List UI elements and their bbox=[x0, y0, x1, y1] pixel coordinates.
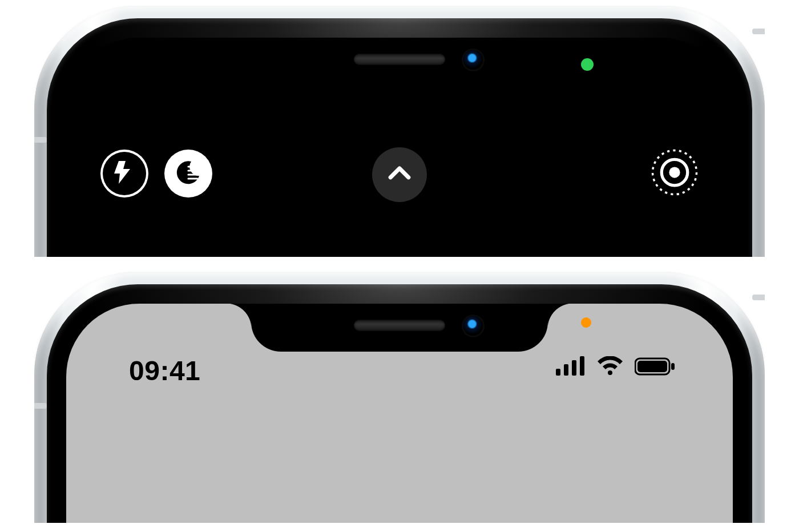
svg-rect-9 bbox=[572, 360, 576, 376]
phone-top-camera bbox=[34, 6, 765, 257]
wifi-icon bbox=[596, 356, 624, 377]
antenna-band bbox=[752, 295, 765, 300]
earpiece-speaker bbox=[354, 54, 445, 65]
chevron-up-icon bbox=[384, 158, 415, 191]
phone-top-statusbar: 09:41 bbox=[34, 272, 765, 523]
svg-rect-8 bbox=[564, 364, 568, 376]
front-camera-lens bbox=[463, 50, 483, 70]
status-right-cluster bbox=[556, 356, 676, 377]
camera-indicator-dot bbox=[581, 58, 594, 71]
flash-toggle[interactable] bbox=[100, 150, 148, 198]
antenna-band bbox=[34, 137, 47, 143]
night-mode-toggle[interactable] bbox=[164, 150, 212, 198]
camera-top-controls bbox=[66, 150, 733, 212]
camera-screen bbox=[66, 38, 733, 257]
antenna-band bbox=[752, 29, 765, 34]
status-bar: 09:41 bbox=[66, 322, 733, 354]
cellular-signal-icon bbox=[556, 356, 586, 377]
home-screen: 09:41 bbox=[66, 304, 733, 523]
antenna-band bbox=[34, 403, 47, 409]
battery-icon bbox=[635, 357, 676, 376]
camera-options-expand[interactable] bbox=[372, 147, 427, 202]
svg-rect-7 bbox=[556, 369, 560, 376]
live-photo-toggle[interactable] bbox=[651, 150, 699, 198]
status-time: 09:41 bbox=[129, 355, 200, 386]
svg-rect-12 bbox=[637, 361, 667, 372]
svg-rect-10 bbox=[580, 356, 584, 376]
night-mode-icon bbox=[175, 159, 202, 188]
svg-rect-13 bbox=[671, 363, 675, 370]
live-photo-icon bbox=[651, 148, 699, 199]
flash-icon bbox=[111, 159, 138, 188]
display-notch bbox=[251, 38, 548, 86]
svg-point-6 bbox=[669, 167, 680, 178]
